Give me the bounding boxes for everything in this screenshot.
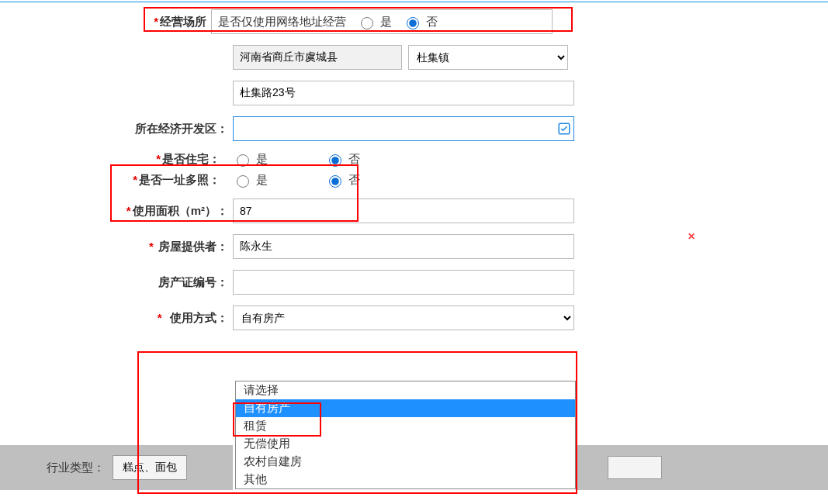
cert-input[interactable] [233,270,574,295]
usage-dropdown-list: 请选择 自有房产 租赁 无偿使用 农村自建房 其他 [235,381,576,489]
cert-label: 房产证编号： [0,275,233,290]
provider-input[interactable] [233,234,574,259]
annotation-cross-icon: ✕ [688,231,695,242]
residence-yes-radio[interactable]: 是 [233,152,268,167]
select-icon[interactable] [557,122,571,136]
network-no-radio[interactable]: 否 [403,15,438,29]
multi-label: *是否一址多照： [0,173,225,188]
dev-zone-label: 所在经济开发区： [0,122,233,136]
industry-label: 行业类型： [47,461,105,475]
footer-bar: 行业类型： 糕点、面包 [0,445,233,490]
network-question-text: 是否仅使用网络地址经营 [218,15,346,29]
usage-option[interactable]: 自有房产 [236,399,575,417]
town-select[interactable]: 杜集镇 [408,45,568,70]
provider-label: * 房屋提供者： [0,240,233,254]
dev-zone-input[interactable] [233,116,574,141]
industry-button[interactable]: 糕点、面包 [113,455,187,480]
usage-option[interactable]: 租赁 [236,417,575,435]
residence-no-radio[interactable]: 否 [325,152,360,167]
area-label: *使用面积（m²）： [0,204,233,219]
usage-select[interactable]: 自有房产 [233,306,574,330]
region-input [233,45,402,70]
multi-yes-radio[interactable]: 是 [233,173,268,188]
footer-right-button[interactable] [608,456,662,479]
network-yes-radio[interactable]: 是 [357,15,392,29]
area-input[interactable] [233,198,574,223]
residence-label: *是否住宅： [0,152,225,167]
usage-option[interactable]: 其他 [236,471,575,488]
usage-label: * 使用方式： [0,311,233,326]
usage-option[interactable]: 无偿使用 [236,435,575,453]
address-input[interactable] [233,81,574,105]
usage-option[interactable]: 请选择 [236,381,575,399]
location-label: *经营场所 [0,15,211,29]
usage-option[interactable]: 农村自建房 [236,453,575,471]
footer-right [577,445,828,490]
multi-no-radio[interactable]: 否 [325,173,360,188]
